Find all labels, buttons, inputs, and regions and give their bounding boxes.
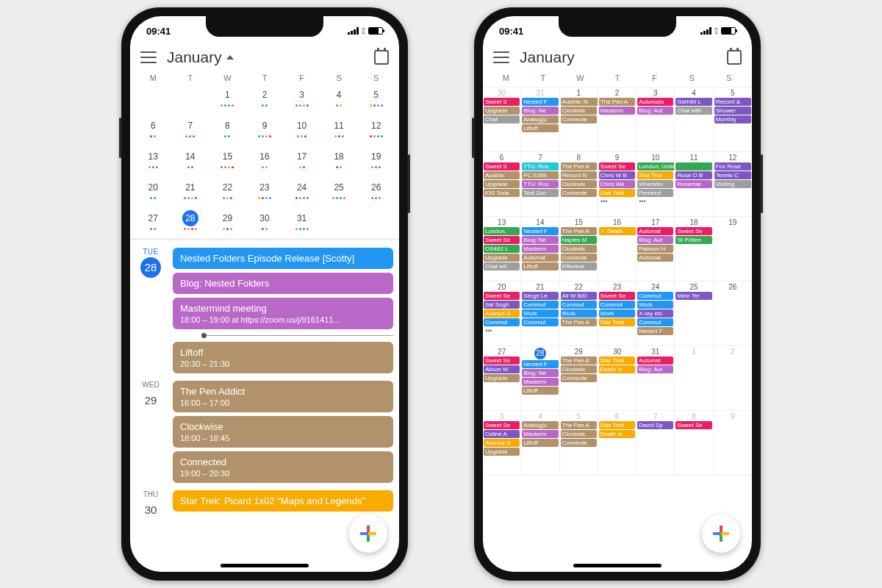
event-chip[interactable]: The Pen A [561,356,597,365]
event-chip[interactable]: PC Edith [522,171,558,179]
event-chip[interactable]: Rose O B [675,171,711,179]
event-chip[interactable]: Liftoff [522,439,558,447]
month-day-cell[interactable]: 19 [714,217,752,282]
mini-day-cell[interactable]: 6 [135,118,172,138]
month-day-cell[interactable]: 30Star TrekDeath in [598,346,637,411]
event-chip[interactable]: WhenWo [637,180,673,188]
month-day-cell[interactable]: 3AutomateBlog: Aut [637,87,675,152]
event-chip[interactable]: Analog(u [522,115,558,123]
mini-day-cell[interactable]: 13 [135,148,172,169]
mini-day-cell[interactable]: 25 [320,179,358,200]
event-chip[interactable]: Alison W [484,365,520,373]
event-chip[interactable]: Star Trek [599,421,635,429]
event-chip[interactable]: Blog: Ne [522,369,558,377]
event-chip[interactable]: Liftoff [522,262,558,270]
event-chip[interactable]: Patreon H [637,245,673,253]
event-chip[interactable]: Serge Le [522,292,558,300]
mini-day-cell[interactable]: 17 [283,148,320,169]
event-chip[interactable]: Sweet Se [484,356,520,365]
mini-day-cell[interactable]: 20 [135,179,172,200]
mini-day-cell[interactable] [172,87,209,107]
mini-day-cell[interactable]: 29 [209,210,246,231]
month-day-cell[interactable]: 10London, United Kingdom, JanuStar TrekW… [637,152,675,217]
event-chip[interactable]: Work [561,309,597,318]
month-day-cell[interactable]: 26 [714,282,752,346]
event-chip[interactable]: Ali W B/D [561,292,597,300]
event-chip[interactable]: Avenue S [484,439,520,447]
month-day-cell[interactable]: 12Fox RoseTennis CVisiting [714,152,752,217]
event-chip[interactable]: Clockwis [561,430,597,438]
event-chip[interactable]: Visiting [714,180,751,188]
mini-day-cell[interactable]: 30 [246,210,284,231]
today-icon[interactable] [374,50,389,65]
month-day-cell[interactable]: 8Sweet Se [675,411,713,476]
event-chip[interactable]: St Pölten [675,236,711,244]
month-day-cell[interactable]: 20Sweet SeSal SoghAvenue SCommut••• [483,282,521,346]
event-chip[interactable]: X-ray etc [637,309,673,318]
event-chip[interactable]: Star Trek [599,189,635,197]
month-day-cell[interactable]: 14Nested FBlog: NeMastermAutomatLiftoff [521,217,559,282]
event-chip[interactable]: Connecte [561,254,597,262]
month-day-cell[interactable]: 3Sweet SeCeline AAvenue SUpgrade [483,411,521,476]
event-chip[interactable]: Fox Rose [714,162,751,171]
event-chip[interactable]: Sweet S [484,162,520,171]
event-chip[interactable]: Gerhild L [675,98,711,106]
mini-day-cell[interactable]: 28 [172,210,209,231]
event-chip[interactable]: Record N [561,171,597,179]
mini-day-cell[interactable]: 5 [357,87,395,107]
event-chip[interactable]: The Pen A [599,98,635,106]
event-chip[interactable]: Effective [561,262,597,270]
agenda-event[interactable]: The Pen Addict16:00 – 17:00 [173,381,393,412]
event-chip[interactable]: Masterm [599,107,635,115]
month-day-cell[interactable]: 6Star TrekDeath in [598,411,637,476]
event-chip[interactable]: Nested F [522,360,558,368]
mini-day-cell[interactable]: 1 [209,87,246,107]
event-chip[interactable]: Commut [637,318,673,326]
mini-day-cell[interactable]: 11 [320,118,358,138]
month-day-cell[interactable]: 23Sweet SeCommutWorkStar Trek [598,282,637,346]
mini-day-cell[interactable]: 18 [320,148,358,169]
event-chip[interactable]: Sweet S [484,98,520,106]
mini-day-cell[interactable]: 4 [320,87,358,107]
event-chip[interactable]: ✓ Death [599,227,637,235]
event-chip[interactable]: The Pen A [561,162,597,171]
event-chip[interactable]: Upgrade [484,180,520,188]
month-day-cell[interactable]: 9Sweet SeChris W BChris WaStar Trek••• [598,152,637,217]
event-chip[interactable]: Connecte [561,115,597,123]
month-day-cell[interactable]: 5The Pen AClockwisConnecte [560,411,598,476]
month-day-cell[interactable]: 17AutomatBlog: AutPatreon HAutomat [637,217,675,282]
event-chip[interactable]: Nested F [637,327,673,335]
event-chip[interactable]: London, United Kingdom, Janu [637,162,675,171]
event-chip[interactable]: Automat [637,227,673,235]
mini-day-cell[interactable]: 3 [283,87,320,107]
agenda-event[interactable]: Connected19:00 – 20:30 [173,451,393,483]
event-chip[interactable]: Avenue S [484,309,520,318]
event-chip[interactable]: Sal Sogh [484,301,520,309]
event-chip[interactable]: Commut [561,301,597,309]
event-chip[interactable]: Connecte [561,189,597,197]
add-event-button[interactable] [349,514,387,553]
month-day-cell[interactable]: 27Sweet SeAlison WUpgrade [483,346,521,411]
event-chip[interactable]: TTU: Ros [522,180,558,188]
event-chip[interactable]: Record & [714,98,751,106]
home-indicator[interactable] [220,564,309,567]
month-day-cell[interactable]: 31AutomatBlog: Aut [637,346,675,411]
mini-day-cell[interactable]: 27 [135,210,172,231]
event-chip[interactable]: Sweet Se [599,292,635,300]
event-chip[interactable]: Rosemar [675,180,711,188]
event-chip[interactable]: Automat [637,254,673,262]
month-day-cell[interactable]: 1 [675,346,713,411]
event-chip[interactable]: Commut [637,292,673,300]
agenda-event[interactable]: Star Trek: Picard 1x02 "Maps and Legends… [173,490,393,512]
event-chip[interactable]: Liftoff [522,124,558,132]
month-day-cell[interactable]: 15The Pen ANaples MClockwisConnecteEffec… [560,217,598,282]
agenda-event[interactable]: Mastermind meeting18:00 – 19:00 at https… [173,298,393,329]
mini-day-cell[interactable] [135,87,172,107]
event-chip[interactable]: Sweet Se [484,292,520,300]
mini-day-cell[interactable] [357,210,395,231]
more-events-icon[interactable]: ••• [637,198,673,205]
mini-day-cell[interactable]: 24 [283,179,320,200]
event-chip[interactable]: Nested F [522,98,558,106]
event-chip[interactable]: Sweet Se [484,421,520,429]
month-day-cell[interactable]: 21Serge LeCommutWorkCommut [521,282,559,346]
